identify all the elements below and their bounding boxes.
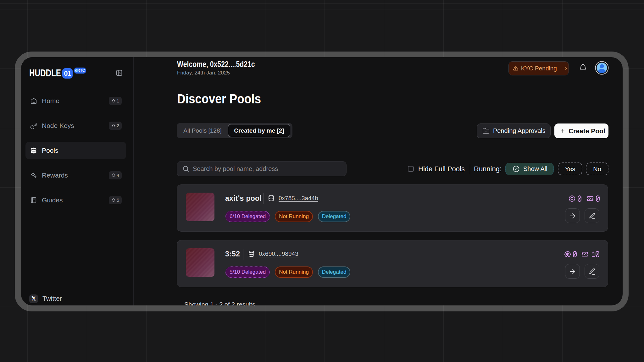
svg-text:HUDDLE: HUDDLE	[29, 68, 61, 79]
